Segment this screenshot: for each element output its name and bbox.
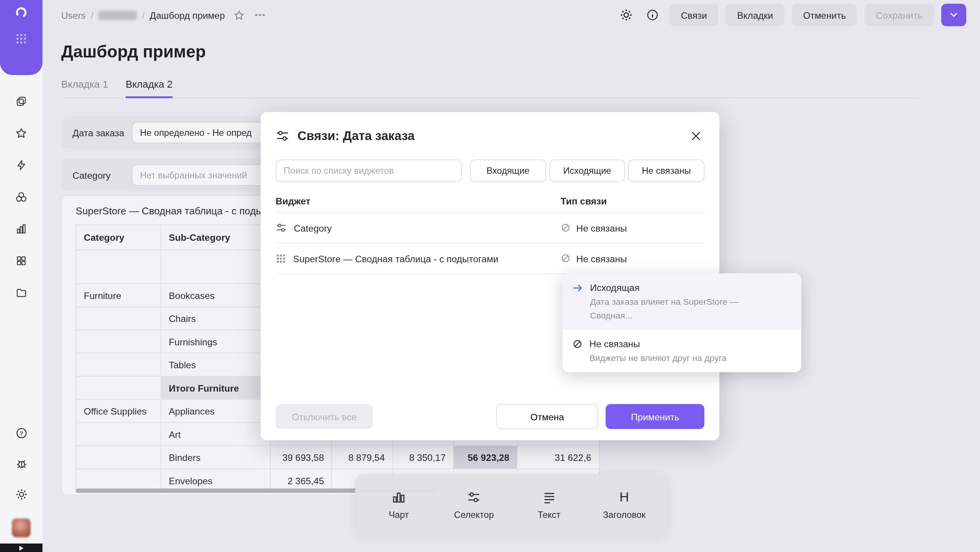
dropdown-item-title: Исходящая	[590, 281, 777, 295]
pivot-grid-icon	[276, 253, 287, 264]
dialog-footer: Отключить все Отмена Применить	[276, 404, 705, 429]
relation-type-dropdown: Исходящая Дата заказа влияет на SuperSto…	[563, 273, 801, 372]
widget-search-input[interactable]	[276, 160, 462, 182]
dialog-header: Связи: Дата заказа	[260, 112, 719, 145]
relation-type-select[interactable]: Не связаны	[561, 222, 705, 233]
dropdown-item-unlinked[interactable]: Не связаны Виджеты не влияют друг на дру…	[563, 330, 801, 372]
list-header: Виджет Тип связи	[276, 196, 705, 212]
not-linked-icon	[561, 253, 571, 263]
relation-type-value: Не связаны	[576, 222, 627, 233]
dialog-title: Связи: Дата заказа	[298, 129, 415, 143]
dropdown-item-subtitle: Виджеты не влияют друг на друга	[589, 351, 727, 365]
dropdown-item-title: Не связаны	[589, 337, 727, 351]
not-linked-icon	[573, 339, 583, 365]
column-header-type: Тип связи	[561, 196, 705, 206]
relation-type-select[interactable]: Не связаны	[561, 253, 705, 264]
not-linked-icon	[561, 223, 571, 233]
widget-name: SuperStore — Сводная таблица - с подытог…	[293, 253, 498, 264]
cancel-button[interactable]: Отмена	[496, 404, 599, 429]
datalens-dashboard-app: ? Users / / Дашборд пример	[0, 0, 980, 552]
filter-unlinked-button[interactable]: Не связаны	[628, 160, 705, 182]
link-row-superstore[interactable]: SuperStore — Сводная таблица - с подытог…	[276, 243, 705, 274]
filter-incoming-button[interactable]: Входящие	[470, 160, 546, 182]
relation-type-value: Не связаны	[576, 253, 627, 264]
link-row-category[interactable]: Category Не связаны	[276, 213, 705, 243]
dropdown-item-outgoing[interactable]: Исходящая Дата заказа влияет на SuperSto…	[563, 273, 801, 330]
links-selector-icon	[276, 129, 290, 143]
dropdown-item-subtitle: Дата заказа влияет на SuperStore — Сводн…	[590, 295, 777, 322]
filter-outgoing-button[interactable]: Исходящие	[549, 160, 625, 182]
arrow-right-icon	[573, 283, 583, 322]
selector-icon	[276, 222, 287, 233]
widget-name: Category	[294, 222, 332, 233]
disable-all-button[interactable]: Отключить все	[276, 404, 373, 429]
close-icon[interactable]	[685, 126, 705, 145]
dialog-search-row: Входящие Исходящие Не связаны	[260, 146, 719, 182]
links-dialog: Связи: Дата заказа Входящие Исходящие Не…	[260, 112, 719, 440]
apply-button[interactable]: Применить	[606, 404, 704, 429]
column-header-widget: Виджет	[276, 196, 561, 206]
